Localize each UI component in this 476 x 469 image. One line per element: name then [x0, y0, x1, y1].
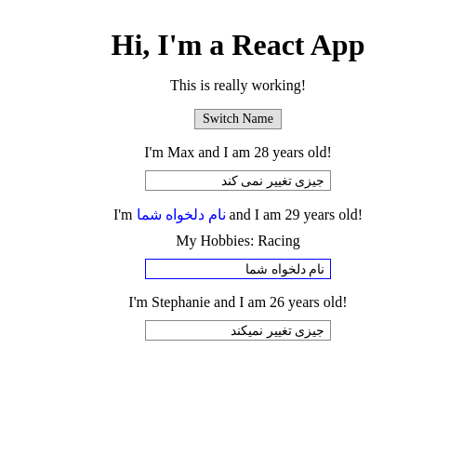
person-1-label: I'm Max and I am 28 years old!: [37, 144, 439, 161]
person-2-label-suffix: and I am 29 years old!: [226, 207, 364, 222]
person-1-section: I'm Max and I am 28 years old!: [37, 144, 439, 191]
person-3-section: I'm Stephanie and I am 26 years old!: [37, 294, 439, 341]
subtitle-text: This is really working!: [37, 77, 439, 94]
page-title: Hi, I'm a React App: [37, 28, 439, 62]
person-2-label-name: نام دلخواه شما: [137, 207, 226, 222]
person-2-input[interactable]: [145, 259, 331, 279]
switch-name-button[interactable]: Switch Name: [194, 109, 282, 129]
person-2-hobbies: My Hobbies: Racing: [37, 233, 439, 249]
person-1-input[interactable]: [145, 170, 331, 191]
person-3-input[interactable]: [145, 320, 331, 341]
person-2-section: I'm نام دلخواه شما and I am 29 years old…: [37, 206, 439, 279]
person-3-label: I'm Stephanie and I am 26 years old!: [37, 294, 439, 311]
person-2-label: I'm نام دلخواه شما and I am 29 years old…: [37, 206, 439, 223]
person-2-label-prefix: I'm: [113, 207, 137, 222]
